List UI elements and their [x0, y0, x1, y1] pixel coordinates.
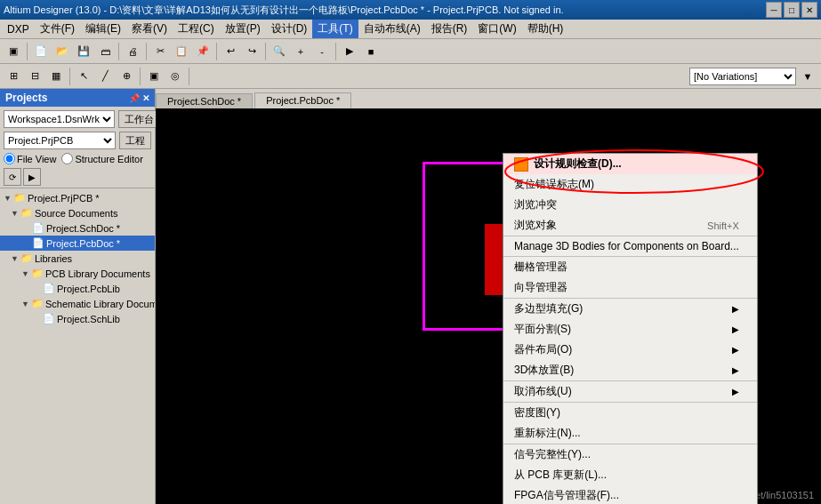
menu-item-manage3d[interactable]: Manage 3D Bodies for Components on Board…	[503, 236, 757, 256]
tb-run[interactable]: ▶	[340, 42, 359, 61]
menu-item-polygon[interactable]: 多边型填充(G) ▶	[503, 299, 757, 319]
tab-schdoc[interactable]: Project.SchDoc *	[156, 93, 253, 108]
menu-item-browse-conflicts-label: 浏览冲突	[514, 197, 721, 212]
tb2-btn2[interactable]: ⊟	[25, 67, 44, 86]
tree-item-7[interactable]: ▼ 📁 Schematic Library Docume	[0, 296, 155, 311]
menu-item-fpga-label: FPGA信号管理器(F)...	[514, 488, 739, 503]
menu-item-grid[interactable]: 栅格管理器	[503, 257, 757, 277]
tb-saveall[interactable]: 🗃	[95, 42, 115, 61]
menu-item-update-from-lib-label: 从 PCB 库更新(L)...	[514, 468, 739, 483]
tb-sep5	[265, 43, 266, 60]
menu-item-signal[interactable]: 信号完整性(Y)...	[503, 444, 757, 465]
tb-copy[interactable]: 📋	[172, 42, 191, 61]
menu-item-density[interactable]: 密度图(Y)	[503, 403, 757, 423]
tree-item-5[interactable]: ▼ 📁 PCB Library Documents	[0, 266, 155, 281]
tree-item-4[interactable]: ▼ 📁 Libraries	[0, 251, 155, 266]
file-view-radio[interactable]: File View	[4, 153, 56, 164]
tree-item-6[interactable]: 📄 Project.PcbLib	[0, 281, 155, 296]
menu-item-reset-errors[interactable]: 复位错误标志(M)	[503, 174, 757, 195]
workspace-dropdown[interactable]: Workspace1.DsnWrk	[4, 110, 115, 128]
menu-item-renumber-label: 重新标注(N)...	[514, 426, 739, 441]
pt-btn2[interactable]: ▶	[23, 168, 41, 186]
menu-section-2: Manage 3D Bodies for Components on Board…	[503, 236, 757, 257]
menu-design[interactable]: 设计(D)	[266, 20, 313, 38]
panel-pin-button[interactable]: 📌 ✕	[129, 93, 149, 103]
browse-objects-shortcut: Shift+X	[707, 220, 739, 231]
title-text: Altium Designer (13.0) - D:\资料\文章\详解AD13…	[4, 4, 764, 17]
menu-edit[interactable]: 编辑(E)	[80, 20, 126, 38]
tb-print[interactable]: 🖨	[123, 42, 142, 61]
close-button[interactable]: ✕	[801, 2, 817, 18]
tb-zoomout[interactable]: -	[312, 42, 332, 61]
tb2-component[interactable]: ⊕	[117, 67, 136, 86]
tree-item-2[interactable]: 📄 Project.SchDoc *	[0, 220, 155, 236]
menu-item-fpga[interactable]: FPGA信号管理器(F)...	[503, 485, 757, 504]
tree-item-8[interactable]: 📄 Project.SchLib	[0, 311, 155, 326]
tb-save[interactable]: 💾	[74, 42, 93, 61]
tree-item-1[interactable]: ▼ 📁 Source Documents	[0, 205, 155, 220]
tb2-btn4[interactable]: ▣	[144, 67, 164, 86]
tree-item-3[interactable]: 📄 Project.PcbDoc *	[0, 236, 155, 251]
menu-dxp[interactable]: DXP	[2, 20, 35, 38]
tb-undo[interactable]: ↩	[221, 42, 240, 61]
project-button[interactable]: 工程	[119, 132, 151, 149]
menu-section-5: 取消布线(U) ▶	[503, 381, 757, 403]
menu-item-unroute-label: 取消布线(U)	[514, 384, 725, 399]
minimize-button[interactable]: ─	[766, 2, 782, 18]
tb-redo[interactable]: ↪	[242, 42, 262, 61]
menu-item-browse-conflicts[interactable]: 浏览冲突	[503, 195, 757, 215]
tb2-btn3[interactable]: ▦	[46, 67, 66, 86]
tb2-wire[interactable]: ╱	[95, 67, 115, 86]
menu-autoroute[interactable]: 自动布线(A)	[358, 20, 426, 38]
unroute-arrow: ▶	[732, 387, 739, 396]
workspace-button[interactable]: 工作台	[118, 110, 160, 128]
tb2-sep3	[189, 68, 189, 85]
tree-item-0[interactable]: ▼ 📁 Project.PrjPCB *	[0, 190, 155, 205]
variations-dropdown[interactable]: [No Variations]	[689, 68, 796, 85]
menu-item-browse-objects[interactable]: 浏览对象 Shift+X	[503, 215, 757, 236]
tb-new[interactable]: 📄	[31, 42, 51, 61]
tb-zoom[interactable]: 🔍	[270, 42, 289, 61]
menu-item-plane-split-label: 平面分割(S)	[514, 322, 725, 337]
pt-btn1[interactable]: ⟳	[4, 168, 21, 186]
menu-report[interactable]: 报告(R)	[426, 20, 473, 38]
drc-icon	[514, 157, 528, 172]
menu-tools[interactable]: 工具(T)	[312, 20, 358, 38]
menu-item-3d-place[interactable]: 3D体放置(B) ▶	[503, 360, 757, 380]
polygon-arrow: ▶	[732, 304, 739, 314]
maximize-button[interactable]: □	[784, 2, 800, 18]
menu-item-grid-label: 栅格管理器	[514, 260, 739, 275]
menu-file[interactable]: 文件(F)	[35, 20, 80, 38]
project-dropdown[interactable]: Project.PrjPCB	[4, 132, 116, 149]
menu-item-update-from-lib[interactable]: 从 PCB 库更新(L)...	[503, 465, 757, 485]
menu-place[interactable]: 放置(P)	[220, 20, 266, 38]
menu-window[interactable]: 窗口(W)	[472, 20, 521, 38]
menu-item-unroute[interactable]: 取消布线(U) ▶	[503, 381, 757, 402]
menu-item-wizard[interactable]: 向导管理器	[503, 277, 757, 298]
menu-item-drc[interactable]: 设计规则检查(D)...	[503, 154, 757, 174]
menu-item-component-layout[interactable]: 器件布局(O) ▶	[503, 340, 757, 360]
tb2-select[interactable]: ↖	[74, 67, 93, 86]
structure-editor-radio[interactable]: Structure Editor	[61, 153, 142, 164]
tb-stop[interactable]: ■	[361, 42, 381, 61]
tb-dxp[interactable]: ▣	[4, 42, 23, 61]
tab-pcbdoc[interactable]: Project.PcbDoc *	[254, 92, 351, 108]
tb-sep1	[27, 43, 28, 60]
menu-help[interactable]: 帮助(H)	[522, 20, 569, 38]
toolbar: ▣ 📄 📂 💾 🗃 🖨 ✂ 📋 📌 ↩ ↪ 🔍 + - ▶ ■	[0, 39, 821, 64]
tb2-btn1[interactable]: ⊞	[4, 67, 23, 86]
tools-menu: 设计规则检查(D)... 复位错误标志(M) 浏览冲突 浏览对象 Shift+X	[503, 153, 758, 504]
tb2-btn5[interactable]: ◎	[165, 67, 185, 86]
menu-project[interactable]: 工程(C)	[173, 20, 220, 38]
tb-zoomin[interactable]: +	[291, 42, 310, 61]
menu-item-plane-split[interactable]: 平面分割(S) ▶	[503, 319, 757, 340]
tb-open[interactable]: 📂	[52, 42, 72, 61]
menu-view[interactable]: 察看(V)	[126, 20, 173, 38]
tb2-variations-btn[interactable]: ▼	[798, 67, 817, 86]
tb-paste[interactable]: 📌	[193, 42, 213, 61]
menu-item-renumber[interactable]: 重新标注(N)...	[503, 423, 757, 444]
menu-item-density-label: 密度图(Y)	[514, 405, 739, 420]
menu-section-4: 多边型填充(G) ▶ 平面分割(S) ▶ 器件布局(O) ▶ 3D体放置(B) …	[503, 299, 757, 381]
tb-sep2	[118, 43, 119, 60]
tb-cut[interactable]: ✂	[150, 42, 170, 61]
